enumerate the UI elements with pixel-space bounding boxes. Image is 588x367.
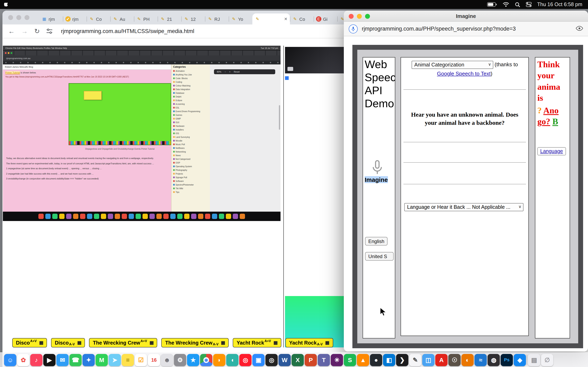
mini-category-item[interactable]: Code: Blocks <box>173 76 208 80</box>
minimize-button[interactable] <box>357 14 362 18</box>
browser-tab[interactable]: ✎ 12 <box>181 13 205 25</box>
apple-menu-icon[interactable] <box>4 1 9 8</box>
mini-category-item[interactable]: Anything You Like <box>173 73 208 76</box>
mini-category-item[interactable]: Animation <box>173 69 208 73</box>
dock-icon-vscode[interactable]: ◧ <box>383 354 395 366</box>
browser-tab[interactable]: ✎ Yo <box>229 13 252 25</box>
dock-icon-notes[interactable]: ≡ <box>122 354 134 366</box>
mini-category-item[interactable]: Land Surveying <box>173 135 208 139</box>
dock-icon-music[interactable]: ♪ <box>30 354 43 366</box>
minimize-window-dot[interactable] <box>16 15 21 20</box>
mini-category-item[interactable]: GIMP <box>173 117 208 120</box>
dock-icon-preview[interactable]: ◫ <box>422 354 434 366</box>
dock-icon-github[interactable]: ● <box>370 354 382 366</box>
mini-category-item[interactable]: Photography <box>173 168 208 172</box>
language-button[interactable]: Language <box>537 147 566 155</box>
browser-tab[interactable]: ✎ 21 <box>158 13 181 25</box>
dock-icon-firefox[interactable]: ◗ <box>213 354 225 366</box>
dock-icon-chrome[interactable]: ◉ <box>200 354 212 366</box>
browser-tab[interactable]: ✔ rjm <box>63 13 86 25</box>
mini-category-item[interactable]: Not Categorised <box>173 157 208 161</box>
mini-category-item[interactable]: Networking <box>173 150 208 153</box>
mini-category-item[interactable]: Games <box>173 113 208 117</box>
gallery-button[interactable]: DiscoA+V▦ <box>12 338 47 347</box>
dock-icon-tv[interactable]: ▶ <box>43 354 56 366</box>
mini-category-item[interactable]: Operating System <box>173 164 208 168</box>
dock-icon-vlc[interactable]: ▲ <box>357 354 369 366</box>
dock-icon-acrobat[interactable]: A <box>435 354 448 366</box>
dock-icon-word[interactable]: W <box>278 354 291 366</box>
dock-icon-obs[interactable]: ◍ <box>488 354 500 366</box>
gallery-button[interactable]: Yacht RockA-V▦ <box>285 338 333 347</box>
mini-category-item[interactable]: GUI <box>173 120 208 124</box>
dock-icon-downloads[interactable]: ▤ <box>528 354 540 366</box>
tab-close-icon[interactable]: ✕ <box>284 17 287 21</box>
battery-icon[interactable] <box>487 2 497 7</box>
language-select[interactable]: Language or Hear it Back ... Not Applica… <box>404 203 523 211</box>
browser-tab[interactable]: ✎ RJ <box>205 13 229 25</box>
mini-category-item[interactable]: Data Integration <box>173 87 208 91</box>
mini-zoom-reset[interactable]: Reset <box>234 71 240 73</box>
media-list-item[interactable] <box>285 75 345 82</box>
dock-icon-slack[interactable]: ✳ <box>331 354 343 366</box>
fullscreen-button[interactable] <box>365 14 370 18</box>
mini-category-item[interactable]: Colour Matching <box>173 83 208 87</box>
menubar-clock[interactable]: Thu 16 Oct 6:58 pm <box>537 2 582 7</box>
dock-icon-camera[interactable]: ◎ <box>265 354 278 366</box>
dock-icon-zoom[interactable]: ▣ <box>252 354 265 366</box>
mini-category-item[interactable]: Database <box>173 91 208 95</box>
dock-icon-messages[interactable]: M <box>95 354 108 366</box>
site-settings-icon[interactable] <box>46 28 53 34</box>
dock-icon-reminders[interactable]: ☑ <box>135 354 147 366</box>
gallery-button[interactable]: The Wrecking CrewA-V▦ <box>162 338 229 347</box>
imagine-address-bar[interactable]: rjmprogramming.com.au/PHP/speech_supervi… <box>362 26 572 32</box>
mini-category-item[interactable]: Software <box>173 179 208 183</box>
mini-category-item[interactable]: iOS <box>173 131 208 135</box>
browser-tab[interactable]: ✎ PH <box>134 13 158 25</box>
mini-category-item[interactable]: Music Poll <box>173 142 208 146</box>
mini-zoom-out-icon[interactable]: − <box>225 71 226 73</box>
mini-category-item[interactable]: Tips <box>173 190 208 194</box>
mini-category-item[interactable]: Hardware <box>173 124 208 128</box>
dock-icon-excel[interactable]: X <box>292 354 304 366</box>
dock-icon-teams[interactable]: T <box>318 354 330 366</box>
eye-icon[interactable] <box>576 25 583 33</box>
mini-category-item[interactable]: Tiki Wiki <box>173 186 208 190</box>
microphone-permission-icon[interactable] <box>349 24 358 33</box>
mini-category-item[interactable]: NetBeans <box>173 146 208 150</box>
dock-icon-finder[interactable]: ☺ <box>4 354 16 366</box>
mini-category-item[interactable]: Moodle <box>173 139 208 142</box>
mini-category-item[interactable]: Projects <box>173 172 208 175</box>
forward-icon[interactable]: → <box>21 28 28 34</box>
control-center-icon[interactable] <box>526 2 531 7</box>
mini-category-item[interactable]: Installers <box>173 128 208 131</box>
dock-icon-app-store[interactable]: ★ <box>187 354 199 366</box>
browser-tab[interactable]: ✎ ✕ <box>252 13 290 25</box>
zoom-window-dot[interactable] <box>25 15 29 20</box>
dock-icon-contacts[interactable]: ☻ <box>161 354 173 366</box>
mini-category-item[interactable]: ESL <box>173 106 208 109</box>
mini-category-item[interactable]: News <box>173 153 208 157</box>
dock-icon-calendar[interactable]: 16 <box>148 354 160 366</box>
dock-icon-sep[interactable] <box>527 355 527 365</box>
browser-tab[interactable]: ✎ Au <box>110 13 134 25</box>
gallery-button[interactable]: Yacht RockA+V▦ <box>233 338 281 347</box>
reload-icon[interactable]: ↻ <box>34 28 40 34</box>
dock-icon-settings[interactable]: ⚙ <box>174 354 186 366</box>
spotlight-search-icon[interactable] <box>515 2 520 7</box>
mini-category-item[interactable]: Event-Driven Programming <box>173 109 208 113</box>
dock-icon-safari[interactable]: ✦ <box>82 354 95 366</box>
dock-icon-maps[interactable]: ➤ <box>109 354 121 366</box>
mini-category-item[interactable]: eLearning <box>173 102 208 106</box>
browser-tab[interactable]: ▦ rjm <box>39 13 63 25</box>
embedded-screenshot[interactable]: Chrome File Edit View History Bookmarks … <box>3 46 281 221</box>
media-list-header-image[interactable] <box>285 47 344 73</box>
dock-icon-gimp[interactable]: ☉ <box>448 354 461 366</box>
google-speech-link[interactable]: Google Speech to Text <box>437 71 491 77</box>
mini-category-item[interactable]: Delphi <box>173 95 208 98</box>
another-go-link-2[interactable]: go? <box>537 117 550 127</box>
dock-icon-opera[interactable]: ◎ <box>239 354 251 366</box>
browser-tab[interactable]: ✎ Co <box>290 13 314 25</box>
gallery-button[interactable]: DiscoA-V▦ <box>51 338 85 347</box>
dock-icon-powerpoint[interactable]: P <box>305 354 317 366</box>
